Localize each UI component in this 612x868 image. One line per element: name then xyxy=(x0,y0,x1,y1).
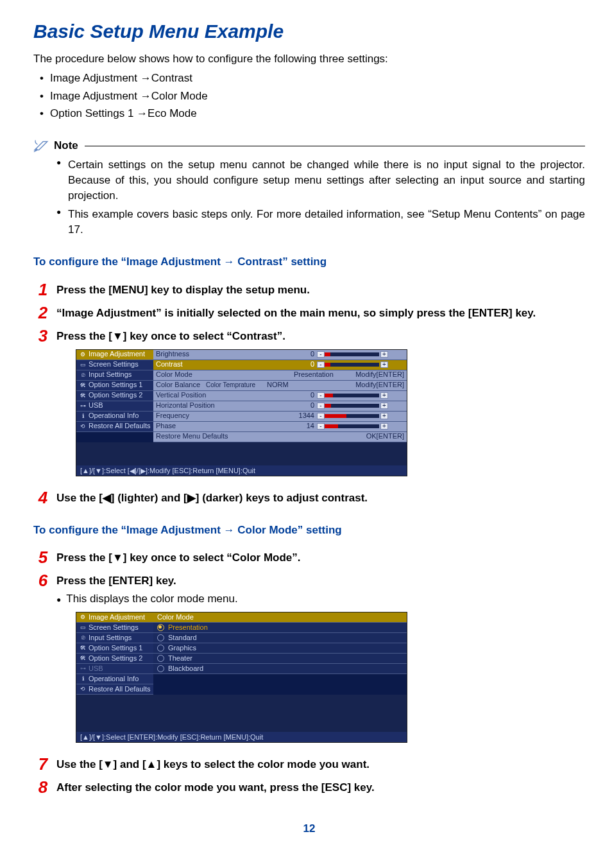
screen-icon: ▭ xyxy=(78,361,87,369)
menu-item: ℹOperational Info xyxy=(76,674,153,684)
step-number: 3 xyxy=(33,327,53,344)
setting-row: Frequency1344-+ xyxy=(153,412,407,422)
step-4: 4 Use the [◀] (lighter) and [▶] (darker)… xyxy=(33,489,585,506)
arrow-icon xyxy=(137,72,151,84)
sub-menu-panel: Brightness0-+ Contrast0-+ Color ModePres… xyxy=(153,350,407,442)
radio-on-icon xyxy=(157,624,164,631)
step-6: 6 Press the [ENTER] key. This displays t… xyxy=(33,572,585,749)
info-icon: ℹ xyxy=(78,675,87,683)
settings-list: Image AdjustmentContrast Image Adjustmen… xyxy=(33,71,585,121)
screen-icon: ▭ xyxy=(78,623,87,632)
list-item: Option Settings 1Eco Mode xyxy=(40,106,585,121)
step-2: 2 “Image Adjustment” is initially select… xyxy=(33,304,585,321)
step-number: 6 xyxy=(33,572,53,589)
radio-off-icon xyxy=(157,645,164,652)
setting-row: Color BalanceColor TempratureNORMModify[… xyxy=(153,381,407,391)
blank-area xyxy=(76,695,407,732)
gear-icon: ⚙ xyxy=(78,613,87,621)
page-title: Basic Setup Menu Example xyxy=(33,18,585,45)
step-text: Press the [▼] key once to select “Contra… xyxy=(56,329,585,344)
step-3: 3 Press the [▼] key once to select “Cont… xyxy=(33,327,585,483)
plus-icon: + xyxy=(380,413,388,419)
minus-icon: - xyxy=(317,423,325,430)
slider-bar xyxy=(325,363,379,367)
step-number: 1 xyxy=(33,281,53,298)
info-icon: ℹ xyxy=(78,412,87,421)
step-number: 8 xyxy=(33,779,53,795)
option-row: Graphics xyxy=(153,643,407,654)
usb-icon: ⊶ xyxy=(78,402,87,410)
note-rule xyxy=(85,146,585,146)
panel-header: Color Mode xyxy=(153,612,407,623)
menu-item: ⚙Image Adjustment xyxy=(76,612,153,623)
option-row: Presentation xyxy=(153,623,407,633)
step-text: Press the [MENU] key to display the setu… xyxy=(56,282,585,298)
step-number: 2 xyxy=(33,304,53,321)
radio-off-icon xyxy=(157,655,164,662)
step-8: 8 After selecting the color mode you wan… xyxy=(33,779,585,795)
blank-area xyxy=(76,442,407,465)
tools-icon: 🛠 xyxy=(78,392,87,400)
step-text: “Image Adjustment” is initially selected… xyxy=(56,306,585,321)
section-heading: To configure the “Image Adjustment → Col… xyxy=(33,523,585,538)
step-text: Press the [ENTER] key. xyxy=(56,573,585,589)
setting-row: Horizontal Position0-+ xyxy=(153,401,407,412)
step-text: After selecting the color mode you want,… xyxy=(56,780,585,795)
note-item: Certain settings on the setup menu canno… xyxy=(56,157,585,203)
slider-bar xyxy=(325,404,379,408)
setting-row: Phase14-+ xyxy=(153,422,407,432)
step-number: 7 xyxy=(33,756,53,772)
menu-item: ▭Screen Settings xyxy=(76,623,153,633)
menu-item: ⚙Image Adjustment xyxy=(76,350,153,360)
menu-item: ℹOperational Info xyxy=(76,412,153,422)
setting-row: Color ModePresentationModify[ENTER] xyxy=(153,370,407,381)
option-row: Theater xyxy=(153,654,407,664)
usb-icon: ⊶ xyxy=(78,664,87,673)
setting-row: Vertical Position0-+ xyxy=(153,391,407,401)
list-item: Image AdjustmentContrast xyxy=(40,71,585,86)
tools-icon: 🛠 xyxy=(78,654,87,663)
list-item: Image AdjustmentColor Mode xyxy=(40,89,585,104)
minus-icon: - xyxy=(317,361,325,368)
plus-icon: + xyxy=(380,403,388,409)
step-1: 1 Press the [MENU] key to display the se… xyxy=(33,281,585,298)
input-icon: ⎚ xyxy=(78,371,87,379)
minus-icon: - xyxy=(317,392,325,399)
menu-item: 🛠Option Settings 1 xyxy=(76,643,153,654)
setting-row: Brightness0-+ xyxy=(153,350,407,360)
note-icon xyxy=(33,139,50,153)
step-text: Press the [▼] key once to select “Color … xyxy=(56,550,585,566)
section-heading: To configure the “Image Adjustment → Con… xyxy=(33,254,585,270)
radio-off-icon xyxy=(157,665,164,672)
menu-item: ▭Screen Settings xyxy=(76,360,153,370)
step-text: Use the [▼] and [▲] keys to select the c… xyxy=(56,757,585,772)
menu-item: 🛠Option Settings 2 xyxy=(76,391,153,401)
step-number: 5 xyxy=(33,549,53,566)
input-icon: ⎚ xyxy=(78,634,87,642)
step-5: 5 Press the [▼] key once to select “Colo… xyxy=(33,549,585,566)
menu-item: 🛠Option Settings 2 xyxy=(76,654,153,664)
restore-icon: ⟲ xyxy=(78,422,87,431)
slider-bar xyxy=(325,414,379,418)
gear-icon: ⚙ xyxy=(78,351,87,359)
page-number: 12 xyxy=(33,821,585,837)
note-block: Note Certain settings on the setup menu … xyxy=(33,138,585,238)
menu-item: ⟲Restore All Defaults xyxy=(76,684,153,695)
intro-text: The procedure below shows how to configu… xyxy=(33,51,585,67)
menu-screenshot-contrast: ⚙Image Adjustment ▭Screen Settings ⎚Inpu… xyxy=(76,349,407,476)
setting-row: Restore Menu DefaultsOK[ENTER] xyxy=(153,432,407,442)
minus-icon: - xyxy=(317,351,325,358)
menu-item: ⟲Restore All Defaults xyxy=(76,422,153,432)
step-number: 4 xyxy=(33,489,53,506)
menu-item: 🛠Option Settings 1 xyxy=(76,381,153,391)
color-mode-panel: Color Mode Presentation Standard Graphic… xyxy=(153,612,407,695)
note-label: Note xyxy=(54,138,78,153)
option-row: Standard xyxy=(153,633,407,643)
note-item: This example covers basic steps only. Fo… xyxy=(56,207,585,238)
option-row: Blackboard xyxy=(153,664,407,674)
step-text: Use the [◀] (lighter) and [▶] (darker) k… xyxy=(56,490,585,506)
menu-item: ⎚Input Settings xyxy=(76,633,153,643)
arrow-icon xyxy=(137,90,151,102)
slider-bar xyxy=(325,394,379,397)
main-menu-panel: ⚙Image Adjustment ▭Screen Settings ⎚Inpu… xyxy=(76,612,153,695)
